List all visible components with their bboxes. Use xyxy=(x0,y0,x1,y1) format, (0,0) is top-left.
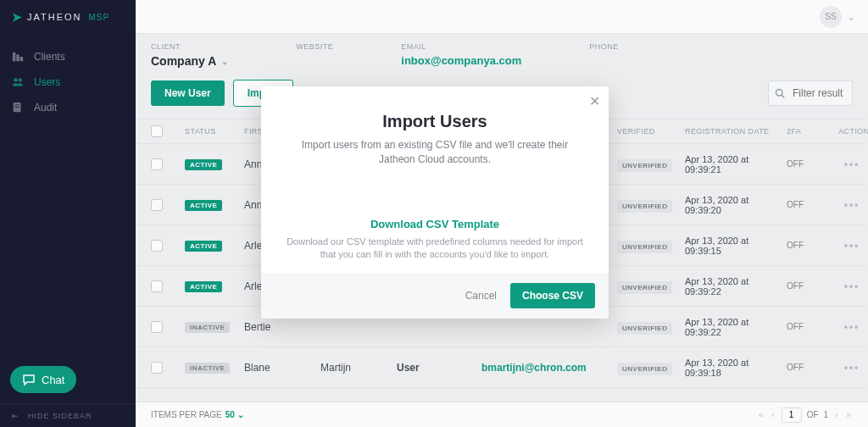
modal-title: Import Users xyxy=(287,112,583,131)
close-icon[interactable]: ✕ xyxy=(589,93,600,109)
modal-footer: Cancel Choose CSV xyxy=(261,273,609,319)
download-template-desc: Download our CSV template with predefine… xyxy=(287,236,583,262)
download-template-link[interactable]: Download CSV Template xyxy=(287,218,583,230)
cancel-button[interactable]: Cancel xyxy=(465,290,497,302)
choose-csv-button[interactable]: Choose CSV xyxy=(510,283,595,308)
modal-subtitle: Import users from an existing CSV file a… xyxy=(287,138,583,167)
import-users-modal: ✕ Import Users Import users from an exis… xyxy=(261,86,609,319)
modal-body: Import Users Import users from an existi… xyxy=(261,86,609,273)
